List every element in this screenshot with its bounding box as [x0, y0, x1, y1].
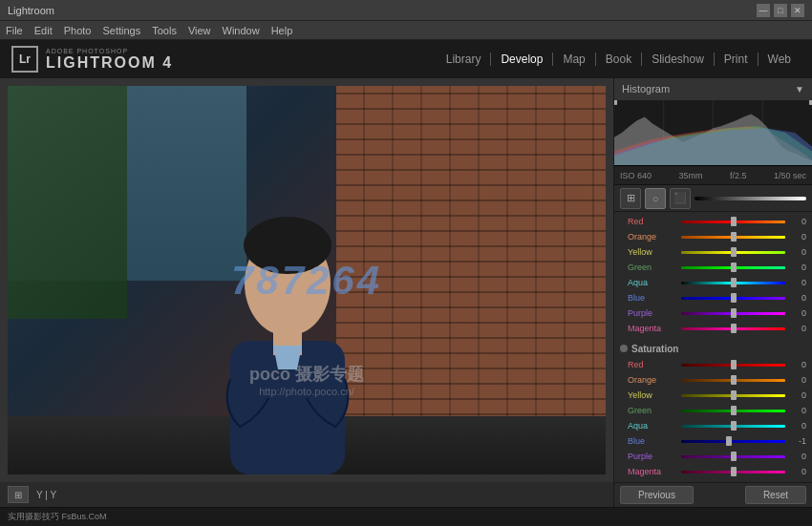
image-panel: 787264 poco 摄影专题 http://photo.poco.cn/ ⊞… [0, 78, 613, 507]
sat-value-aqua: 0 [789, 421, 806, 431]
menubar-item-view[interactable]: View [188, 25, 211, 36]
adj-row-purple-hue: Purple 0 [614, 305, 812, 321]
panel-bottom: Previous Reset [614, 482, 812, 507]
sat-row-aqua: Aqua 0 [614, 418, 812, 433]
adj-label-aqua: Aqua [628, 278, 677, 287]
tool-row: ⊞ ○ ⬛ [614, 185, 812, 212]
adj-slider-blue-hue[interactable] [681, 293, 785, 303]
menubar-item-file[interactable]: File [6, 25, 23, 36]
tab-slideshow[interactable]: Slideshow [642, 53, 715, 66]
view-mode-button[interactable]: ⊞ [8, 486, 29, 503]
histogram-arrow[interactable]: ▼ [795, 84, 804, 95]
adj-row-blue-hue: Blue 0 [614, 290, 812, 305]
sat-slider-green[interactable] [681, 406, 785, 415]
tab-book[interactable]: Book [596, 53, 642, 66]
adj-slider-yellow-hue[interactable] [681, 247, 785, 257]
sat-value-green: 0 [789, 406, 806, 415]
adj-label-magenta: Magenta [628, 324, 677, 333]
tab-web[interactable]: Web [759, 53, 801, 66]
sat-row-blue: Blue -1 [614, 433, 812, 449]
adobe-label: ADOBE PHOTOSHOP [46, 48, 173, 54]
saturation-section: Saturation Red 0 Orange [614, 338, 812, 481]
minimize-button[interactable]: — [757, 4, 770, 17]
sat-slider-red[interactable] [681, 360, 785, 369]
image-container: 787264 poco 摄影专题 http://photo.poco.cn/ [8, 86, 606, 474]
tool-brush[interactable]: ⬛ [670, 188, 691, 209]
saturation-dot [620, 345, 628, 352]
focal-info: 35mm [679, 171, 703, 180]
sat-value-yellow: 0 [789, 390, 806, 400]
adj-value-green-hue: 0 [789, 263, 806, 272]
camera-info: ISO 640 35mm f/2.5 1/50 sec [614, 166, 812, 185]
tool-grid[interactable]: ⊞ [620, 188, 641, 209]
adj-row-magenta-hue: Magenta 0 [614, 321, 812, 336]
adj-value-orange-hue: 0 [789, 232, 806, 242]
lr-badge: Lr [11, 46, 38, 73]
sat-label-purple: Purple [628, 452, 677, 461]
menubar-item-help[interactable]: Help [271, 25, 293, 36]
svg-point-3 [244, 217, 331, 274]
menubar: FileEditPhotoSettingsToolsViewWindowHelp [0, 21, 812, 40]
adj-slider-magenta-hue[interactable] [681, 324, 785, 333]
sat-row-green: Green 0 [614, 403, 812, 418]
adj-row-green-hue: Green 0 [614, 260, 812, 275]
adj-value-red-hue: 0 [789, 217, 806, 226]
sat-value-orange: 0 [789, 375, 806, 385]
adj-slider-red-hue[interactable] [681, 217, 785, 226]
adj-value-magenta-hue: 0 [789, 324, 806, 333]
adj-row-orange-hue: Orange 0 [614, 229, 812, 244]
menubar-item-settings[interactable]: Settings [102, 25, 140, 36]
iso-info: ISO 640 [620, 171, 652, 180]
right-panel: Histogram ▼ [613, 78, 812, 507]
sat-slider-blue[interactable] [681, 436, 785, 446]
close-button[interactable]: ✕ [791, 4, 804, 17]
photo-placeholder: 787264 poco 摄影专题 http://photo.poco.cn/ [8, 86, 606, 474]
adjustments-scroll[interactable]: Red 0 Orange 0 [614, 212, 812, 482]
adj-value-purple-hue: 0 [789, 308, 806, 318]
sat-slider-purple[interactable] [681, 452, 785, 461]
titlebar: Lightroom — □ ✕ [0, 0, 812, 21]
adj-slider-purple-hue[interactable] [681, 308, 785, 318]
menubar-item-tools[interactable]: Tools [152, 25, 177, 36]
adj-slider-green-hue[interactable] [681, 263, 785, 272]
status-text: 实用摄影技巧 FsBus.CoM [8, 511, 107, 523]
sat-label-aqua: Aqua [628, 421, 677, 431]
nav-tabs: Library Develop Map Book Slideshow Print… [437, 53, 801, 66]
previous-button[interactable]: Previous [620, 486, 694, 504]
sat-slider-aqua[interactable] [681, 421, 785, 431]
maximize-button[interactable]: □ [774, 4, 787, 17]
adj-slider-orange-hue[interactable] [681, 232, 785, 242]
tab-develop[interactable]: Develop [491, 53, 553, 66]
sat-row-purple: Purple 0 [614, 449, 812, 464]
sat-label-magenta: Magenta [628, 467, 677, 476]
header: Lr ADOBE PHOTOSHOP LIGHTROOM 4 Library D… [0, 40, 812, 78]
adj-value-aqua-hue: 0 [789, 278, 806, 287]
sat-slider-magenta[interactable] [681, 467, 785, 476]
tab-library[interactable]: Library [437, 53, 492, 66]
sat-slider-yellow[interactable] [681, 390, 785, 400]
menubar-item-photo[interactable]: Photo [64, 25, 92, 36]
saturation-header[interactable]: Saturation [614, 340, 812, 357]
saturation-label: Saturation [631, 344, 678, 354]
sat-slider-orange[interactable] [681, 375, 785, 385]
sat-label-yellow: Yellow [628, 390, 677, 400]
tool-circle[interactable]: ○ [645, 188, 666, 209]
sat-label-blue: Blue [628, 436, 677, 446]
histogram-title: Histogram [622, 83, 670, 95]
adj-label-orange: Orange [628, 232, 677, 242]
sat-label-red: Red [628, 360, 677, 369]
tab-map[interactable]: Map [553, 53, 595, 66]
sat-label-green: Green [628, 406, 677, 415]
adj-label-green: Green [628, 263, 677, 272]
main: 787264 poco 摄影专题 http://photo.poco.cn/ ⊞… [0, 78, 812, 507]
menubar-item-edit[interactable]: Edit [34, 25, 53, 36]
menubar-item-window[interactable]: Window [223, 25, 260, 36]
histogram-chart [614, 99, 812, 166]
tab-print[interactable]: Print [715, 53, 759, 66]
reset-button[interactable]: Reset [745, 486, 806, 504]
tool-slider[interactable] [694, 197, 806, 200]
adj-value-blue-hue: 0 [789, 293, 806, 303]
adj-label-red: Red [628, 217, 677, 226]
adj-slider-aqua-hue[interactable] [681, 278, 785, 287]
shutter-info: 1/50 sec [774, 171, 806, 180]
